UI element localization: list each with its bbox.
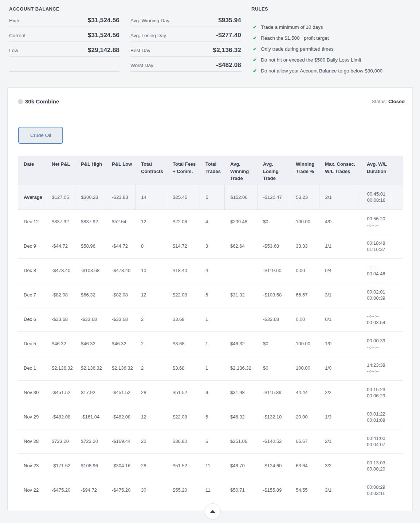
tab-crude-oil[interactable]: Crude Oil bbox=[18, 127, 63, 144]
cell-duration: 00:45:0100:08:16 bbox=[361, 185, 392, 209]
column-header-avg_lose: Avg. Losing Trade bbox=[257, 156, 290, 185]
stat-label: Avg. Winning Day bbox=[130, 18, 169, 23]
duration-line: 00:04:46 bbox=[367, 271, 392, 277]
cell-trades: 5 bbox=[200, 185, 224, 209]
stat-value: -$482.08 bbox=[216, 62, 241, 69]
cell-spacer bbox=[392, 258, 403, 283]
cell-avg_lose: -$115.89 bbox=[257, 380, 290, 405]
check-icon: ✔ bbox=[251, 46, 261, 52]
cell-fees: $51.52 bbox=[167, 453, 200, 478]
table-row: Dec 5$46.32$46.32$46.322$3.681$46.32$010… bbox=[18, 331, 403, 356]
cell-fees: $22.08 bbox=[167, 405, 200, 429]
cell-net_pnl: -$44.72 bbox=[46, 234, 75, 258]
cell-contracts: 12 bbox=[135, 283, 167, 307]
cell-pnl_low: -$475.20 bbox=[106, 478, 135, 502]
cell-date: Dec 8 bbox=[18, 258, 46, 283]
duration-line: 00:00:39 bbox=[367, 295, 392, 301]
cell-contracts: 2 bbox=[135, 307, 167, 331]
duration-line: 00:13:03 bbox=[367, 460, 392, 466]
table-row: Nov 23-$171.52$108.96-$304.1628$51.5211$… bbox=[18, 453, 403, 478]
cell-pnl_low: $46.32 bbox=[106, 331, 135, 356]
cell-net_pnl: -$33.68 bbox=[46, 307, 75, 331]
cell-trades: 4 bbox=[200, 209, 224, 234]
cell-win_pct: 54.55 bbox=[290, 478, 319, 502]
cell-duration: --:--:--00:03:54 bbox=[361, 307, 392, 331]
check-icon: ✔ bbox=[251, 57, 261, 63]
status-label: Status: bbox=[372, 99, 387, 104]
table-row: Nov 30-$451.52$17.92-$451.5228$51.529$31… bbox=[18, 380, 403, 405]
cell-avg_win: $46.32 bbox=[224, 405, 257, 429]
cell-net_pnl: $127.05 bbox=[46, 185, 75, 209]
stat-label: Avg, Losing Day bbox=[130, 33, 166, 38]
column-header-avg_win: Avg. Winning Trade bbox=[224, 156, 257, 185]
cell-net_pnl: $46.32 bbox=[46, 331, 75, 356]
cell-win_pct: 100.00 bbox=[290, 331, 319, 356]
cell-date: Nov 23 bbox=[18, 453, 46, 478]
table-row: Dec 7-$82.08$66.32-$82.0812$22.086$31.32… bbox=[18, 283, 403, 307]
cell-pnl_high: -$161.04 bbox=[75, 405, 106, 429]
stat-label: High bbox=[9, 18, 19, 23]
cell-pnl_low: -$478.40 bbox=[106, 258, 135, 283]
cell-avg_lose: -$33.68 bbox=[257, 307, 290, 331]
cell-consec: 0/1 bbox=[319, 307, 361, 331]
cell-contracts: 20 bbox=[135, 429, 167, 453]
table-row: Dec 8-$478.40-$103.68-$478.4010$18.404-$… bbox=[18, 258, 403, 283]
cell-fees: $14.72 bbox=[167, 234, 200, 258]
cell-trades: 11 bbox=[200, 453, 224, 478]
cell-trades: 5 bbox=[200, 405, 224, 429]
cell-consec: 3/2 bbox=[319, 453, 361, 478]
column-header-date: Date bbox=[18, 156, 46, 185]
duration-line: 00:08:16 bbox=[367, 197, 392, 203]
cell-avg_win: $2,136.32 bbox=[224, 356, 257, 380]
cell-win_pct: 100.00 bbox=[290, 356, 319, 380]
cell-avg_lose: -$140.52 bbox=[257, 429, 290, 453]
scroll-top-button[interactable] bbox=[205, 503, 221, 519]
cell-avg_lose: -$132.10 bbox=[257, 405, 290, 429]
cell-avg_lose: -$120.47 bbox=[257, 185, 290, 209]
cell-pnl_low: -$44.72 bbox=[106, 234, 135, 258]
duration-line: --:--:-- bbox=[367, 344, 392, 350]
stat-value: $31,524.56 bbox=[88, 17, 119, 24]
cell-trades: 1 bbox=[200, 307, 224, 331]
cell-net_pnl: -$475.20 bbox=[46, 478, 75, 502]
cell-fees: $3.68 bbox=[167, 331, 200, 356]
cell-pnl_low: -$304.16 bbox=[106, 453, 135, 478]
cell-spacer bbox=[392, 331, 403, 356]
cell-win_pct: 33.33 bbox=[290, 234, 319, 258]
duration-line: 00:56:20 bbox=[367, 216, 392, 222]
duration-line: 00:18:48 bbox=[367, 240, 392, 246]
cell-avg_win: $209.48 bbox=[224, 209, 257, 234]
average-row: Average$127.05$300.23-$23.8314$25.455$15… bbox=[18, 185, 403, 209]
column-header-pnl_low: P&L Low bbox=[106, 156, 135, 185]
table-row: Nov 22-$475.20-$94.72-$475.2030$55.2011$… bbox=[18, 478, 403, 502]
cell-duration: 00:13:0300:00:20 bbox=[361, 453, 392, 478]
cell-trades: 9 bbox=[200, 380, 224, 405]
cell-duration: 00:18:4801:16:37 bbox=[361, 234, 392, 258]
cell-pnl_low: -$482.08 bbox=[106, 405, 135, 429]
stat-value: $29,142.88 bbox=[88, 47, 119, 54]
cell-consec: 2/2 bbox=[319, 380, 361, 405]
cell-fees: $3.68 bbox=[167, 307, 200, 331]
column-header-pnl_high: P&L High bbox=[75, 156, 106, 185]
cell-spacer bbox=[392, 234, 403, 258]
cell-avg_lose: -$103.68 bbox=[257, 283, 290, 307]
cell-pnl_high: $58.96 bbox=[75, 234, 106, 258]
rule-item: ✔Do not hit or exceed the $500 Daily Los… bbox=[251, 54, 413, 65]
cell-avg_win: $251.06 bbox=[224, 429, 257, 453]
status-value: Closed bbox=[388, 99, 405, 104]
cell-consec: 1/0 bbox=[319, 331, 361, 356]
cell-spacer bbox=[392, 185, 403, 209]
cell-trades: 6 bbox=[200, 283, 224, 307]
rule-item: ✔Only trade during permitted times bbox=[251, 43, 413, 54]
cell-pnl_high: $300.23 bbox=[75, 185, 106, 209]
duration-line: 00:06:29 bbox=[367, 393, 392, 399]
combine-title: 30k Combine bbox=[25, 98, 59, 105]
cell-win_pct: 0.00 bbox=[290, 258, 319, 283]
duration-line: 00:01:08 bbox=[367, 417, 392, 423]
cell-spacer bbox=[392, 429, 403, 453]
cell-fees: $18.40 bbox=[167, 258, 200, 283]
cell-consec: 0/4 bbox=[319, 258, 361, 283]
cell-consec: 1/0 bbox=[319, 356, 361, 380]
status-dot-icon bbox=[18, 99, 23, 104]
column-header-fees: Total Fees + Comm. bbox=[167, 156, 200, 185]
